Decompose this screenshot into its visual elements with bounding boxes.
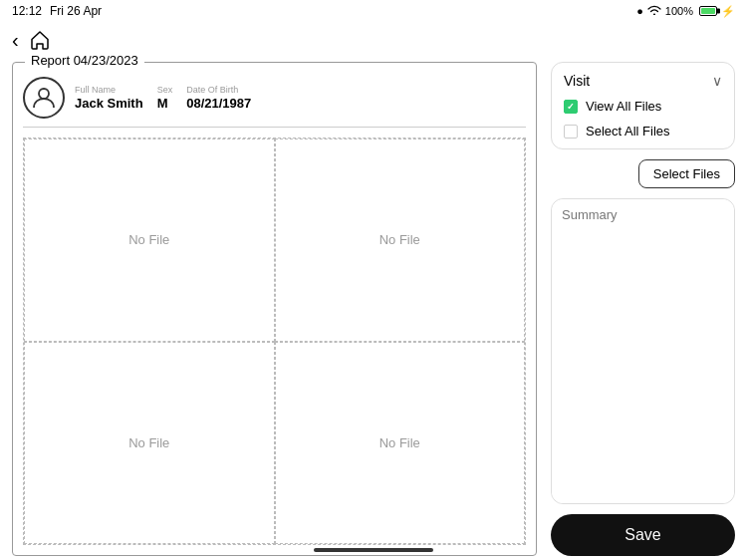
svg-point-0 xyxy=(39,89,49,99)
full-name-label: Full Name xyxy=(75,85,143,95)
battery-percentage: 100% xyxy=(665,5,693,17)
dob-value: 08/21/1987 xyxy=(186,96,251,111)
visit-dropdown[interactable]: Visit ∨ xyxy=(564,73,722,89)
file-cell-4[interactable]: No File xyxy=(275,342,526,545)
report-panel: Report 04/23/2023 Full Name Jack Smith S… xyxy=(12,62,537,556)
wifi-icon xyxy=(647,5,661,17)
battery-icon xyxy=(699,6,717,16)
select-all-files-checkbox[interactable] xyxy=(564,125,578,139)
summary-card xyxy=(551,198,735,504)
home-indicator xyxy=(314,548,433,552)
summary-textarea[interactable] xyxy=(552,199,734,503)
full-name-field: Full Name Jack Smith xyxy=(75,85,143,111)
file-cell-2-label: No File xyxy=(379,232,420,247)
select-files-button[interactable]: Select Files xyxy=(638,159,735,188)
file-cell-1[interactable]: No File xyxy=(24,139,275,342)
sex-value: M xyxy=(157,96,173,111)
avatar xyxy=(23,77,65,119)
visit-card: Visit ∨ View All Files Select All Files xyxy=(551,62,735,149)
sex-label: Sex xyxy=(157,85,173,95)
view-all-files-row: View All Files xyxy=(564,99,722,114)
time-display: 12:12 xyxy=(12,4,42,18)
chevron-down-icon: ∨ xyxy=(712,73,722,89)
status-bar: 12:12 Fri 26 Apr ● 100% ⚡ xyxy=(0,0,747,22)
file-cell-2[interactable]: No File xyxy=(275,139,526,342)
signal-icon: ● xyxy=(636,5,643,17)
patient-fields: Full Name Jack Smith Sex M Date Of Birth… xyxy=(75,85,526,111)
main-layout: Report 04/23/2023 Full Name Jack Smith S… xyxy=(0,58,747,560)
full-name-value: Jack Smith xyxy=(75,96,143,111)
file-cell-1-label: No File xyxy=(128,232,169,247)
save-button[interactable]: Save xyxy=(551,514,735,556)
file-grid: No File No File No File No File xyxy=(23,138,526,545)
file-cell-4-label: No File xyxy=(379,435,420,450)
view-all-files-checkbox[interactable] xyxy=(564,100,578,114)
select-files-wrapper: Select Files xyxy=(551,159,735,188)
select-all-files-row: Select All Files xyxy=(564,124,722,139)
right-panel: Visit ∨ View All Files Select All Files … xyxy=(551,62,735,556)
file-cell-3[interactable]: No File xyxy=(24,342,275,545)
home-button[interactable] xyxy=(29,29,51,51)
charging-icon: ⚡ xyxy=(721,5,735,18)
report-title: Report 04/23/2023 xyxy=(25,53,144,68)
dob-label: Date Of Birth xyxy=(186,85,251,95)
patient-info: Full Name Jack Smith Sex M Date Of Birth… xyxy=(23,73,526,128)
select-all-files-label: Select All Files xyxy=(586,124,670,139)
back-button[interactable]: ‹ xyxy=(12,29,19,52)
visit-label: Visit xyxy=(564,73,590,89)
file-cell-3-label: No File xyxy=(128,435,169,450)
date-display: Fri 26 Apr xyxy=(50,4,102,18)
sex-field: Sex M xyxy=(157,85,173,111)
view-all-files-label: View All Files xyxy=(586,99,661,114)
dob-field: Date Of Birth 08/21/1987 xyxy=(186,85,251,111)
